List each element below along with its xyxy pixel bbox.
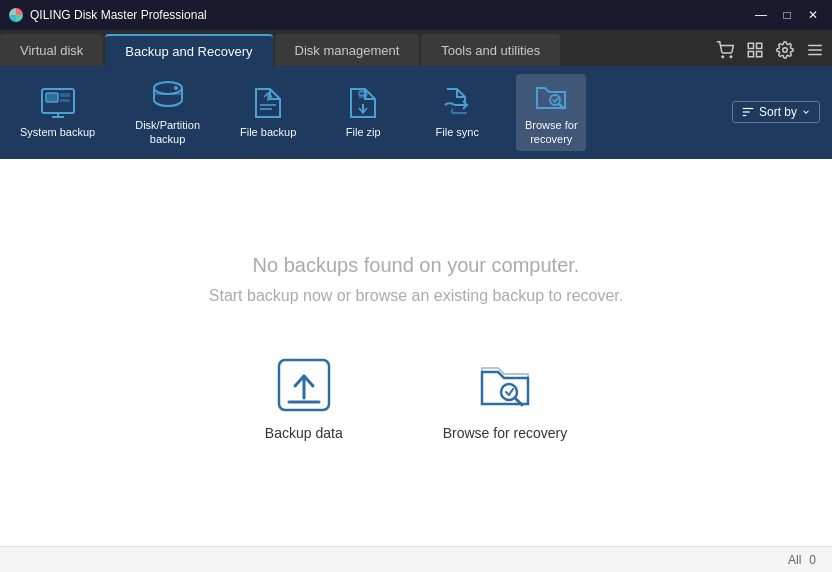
status-count: 0	[809, 553, 816, 567]
backup-data-button[interactable]: Backup data	[255, 345, 353, 451]
file-backup-label: File backup	[240, 125, 296, 139]
action-buttons: Backup data Browse for recovery	[255, 345, 577, 451]
list-icon-button[interactable]	[746, 41, 764, 59]
toolbar-file-backup[interactable]: File backup	[232, 81, 304, 143]
nav-right-icons	[708, 34, 832, 66]
svg-rect-5	[757, 52, 762, 57]
toolbar-right: Sort by	[732, 101, 820, 123]
close-button[interactable]: ✕	[802, 4, 824, 26]
tab-backup-recovery[interactable]: Backup and Recovery	[105, 34, 272, 66]
app-title: QILING Disk Master Professional	[30, 8, 750, 22]
file-zip-label: File zip	[346, 125, 381, 139]
svg-rect-13	[60, 93, 70, 97]
toolbar-system-backup[interactable]: System backup	[12, 81, 103, 143]
system-backup-label: System backup	[20, 125, 95, 139]
sort-button[interactable]: Sort by	[732, 101, 820, 123]
toolbar-disk-backup[interactable]: Disk/Partition backup	[127, 74, 208, 151]
minimize-button[interactable]: —	[750, 4, 772, 26]
content-area: No backups found on your computer. Start…	[0, 159, 832, 546]
disk-backup-icon	[150, 78, 186, 114]
empty-message: No backups found on your computer. Start…	[209, 254, 623, 305]
toolbar-file-sync[interactable]: File sync	[422, 81, 492, 143]
disk-backup-label: Disk/Partition backup	[135, 118, 200, 147]
window-controls: — □ ✕	[750, 4, 824, 26]
svg-point-1	[730, 56, 732, 58]
status-filter: All	[788, 553, 801, 567]
empty-title: No backups found on your computer.	[209, 254, 623, 277]
maximize-button[interactable]: □	[776, 4, 798, 26]
svg-rect-2	[748, 43, 753, 48]
file-sync-label: File sync	[436, 125, 479, 139]
browse-recovery-label: Browse for recovery	[525, 118, 578, 147]
svg-rect-14	[60, 99, 70, 102]
browse-recovery-icon	[533, 78, 569, 114]
svg-rect-3	[757, 43, 762, 48]
file-zip-icon	[345, 85, 381, 121]
file-backup-icon	[250, 85, 286, 121]
svg-point-6	[783, 48, 788, 53]
svg-rect-11	[46, 93, 58, 102]
browse-recovery-action-label: Browse for recovery	[443, 425, 567, 441]
system-backup-icon	[40, 85, 76, 121]
toolbar-browse-recovery[interactable]: Browse for recovery	[516, 74, 586, 151]
tab-virtual-disk[interactable]: Virtual disk	[0, 34, 103, 66]
backup-data-label: Backup data	[265, 425, 343, 441]
status-bar: All 0	[0, 546, 832, 572]
menu-icon-button[interactable]	[806, 41, 824, 59]
svg-point-0	[722, 56, 724, 58]
toolbar: System backup Disk/Partition backup	[0, 66, 832, 159]
svg-rect-26	[359, 95, 367, 98]
toolbar-file-zip[interactable]: File zip	[328, 81, 398, 143]
sort-label: Sort by	[759, 105, 797, 119]
svg-point-20	[174, 86, 178, 90]
tab-disk-management[interactable]: Disk management	[275, 34, 420, 66]
file-sync-icon	[439, 85, 475, 121]
svg-rect-4	[748, 52, 753, 57]
settings-icon-button[interactable]	[776, 41, 794, 59]
app-icon	[8, 7, 24, 23]
backup-data-icon	[274, 355, 334, 415]
empty-subtitle: Start backup now or browse an existing b…	[209, 287, 623, 305]
title-bar: QILING Disk Master Professional — □ ✕	[0, 0, 832, 30]
browse-recovery-button[interactable]: Browse for recovery	[433, 345, 577, 451]
browse-recovery-action-icon	[475, 355, 535, 415]
main-nav: Virtual disk Backup and Recovery Disk ma…	[0, 30, 832, 66]
tab-tools-utilities[interactable]: Tools and utilities	[421, 34, 560, 66]
cart-icon-button[interactable]	[716, 41, 734, 59]
